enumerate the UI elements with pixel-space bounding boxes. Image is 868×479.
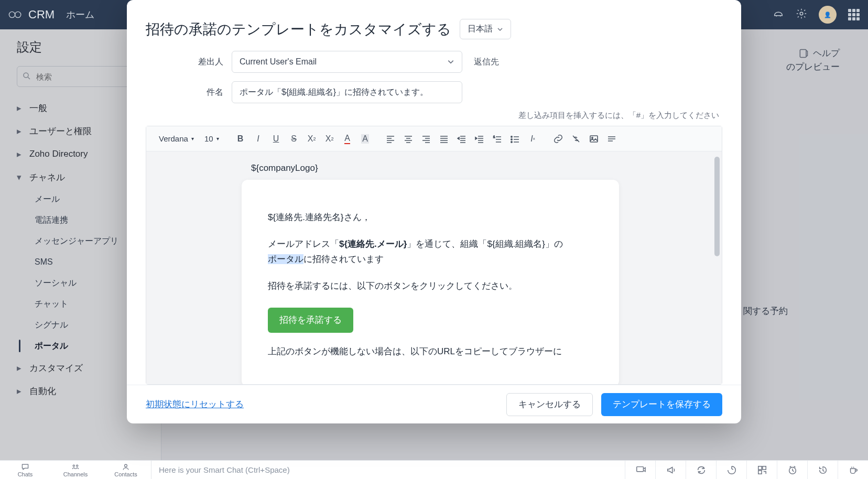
align-left-icon[interactable] (383, 131, 398, 147)
topbar-right: 👤 (773, 6, 860, 24)
svg-point-6 (511, 136, 512, 137)
svg-rect-17 (758, 470, 761, 473)
help-button[interactable]: ヘルプ (798, 47, 840, 59)
template-modal: 招待の承諾のテンプレートをカスタマイズする 日本語 差出人 Current Us… (127, 0, 741, 423)
hr-icon[interactable] (604, 131, 620, 147)
svg-point-12 (77, 465, 78, 466)
clearformat-icon[interactable]: Ix (525, 131, 541, 147)
svg-rect-4 (800, 49, 806, 57)
align-justify-icon[interactable] (436, 131, 452, 147)
italic-icon[interactable]: I (251, 131, 266, 147)
reset-link[interactable]: 初期状態にリセットする (146, 398, 244, 410)
subject-label: 件名 (146, 87, 223, 98)
logo[interactable]: CRM (8, 8, 55, 21)
contacts-icon (122, 463, 130, 471)
bottom-chats[interactable]: Chats (0, 463, 50, 477)
preview-fragment: のプレビュー (756, 61, 840, 73)
svg-point-13 (125, 464, 127, 467)
channels-icon (71, 463, 80, 471)
image-icon[interactable] (586, 131, 602, 147)
svg-rect-9 (590, 136, 598, 142)
nav-home[interactable]: ホーム (66, 8, 94, 21)
svg-text:1: 1 (493, 135, 495, 138)
smart-chat-hint[interactable]: Here is your Smart Chat (Ctrl+Space) (151, 461, 625, 479)
brand-icon (8, 10, 23, 19)
bb-refresh-icon[interactable] (686, 461, 716, 479)
ol-icon[interactable]: 1 (490, 131, 505, 147)
subject-input[interactable] (232, 81, 462, 103)
booking-fragment: 関する予約 (743, 305, 827, 317)
greeting: ${連絡先.連絡先名}さん， (268, 210, 593, 225)
editor-toolbar: Verdana▾ 10▾ B I U S X2 X2 A A 1 (146, 126, 722, 151)
fontsize-select[interactable]: 10▾ (200, 134, 223, 143)
gear-icon[interactable] (796, 8, 807, 21)
from-select[interactable]: Current User's Email (232, 51, 462, 73)
brand-text: CRM (28, 8, 55, 21)
subscript-icon[interactable]: X2 (304, 131, 320, 147)
outdent-icon[interactable] (454, 131, 470, 147)
indent-icon[interactable] (472, 131, 487, 147)
merge-hint: 差し込み項目を挿入するには、「#」を入力してください (146, 111, 719, 121)
svg-point-1 (15, 12, 21, 17)
body-line2: 招待を承諾するには、以下のボタンをクリックしてください。 (268, 279, 593, 294)
theme-icon[interactable] (773, 8, 784, 21)
svg-point-2 (800, 12, 803, 15)
chevron-down-icon (447, 58, 454, 66)
svg-point-10 (591, 137, 592, 138)
modal-footer: 初期状態にリセットする キャンセルする テンプレートを保存する (127, 385, 741, 423)
body-line3: 上記のボタンが機能しない場合は、以下のURLをコピーしてブラウザーに (268, 344, 593, 360)
help-icon (798, 48, 809, 59)
chevron-down-icon (497, 26, 503, 32)
bb-cycle-icon[interactable] (716, 461, 746, 479)
font-select[interactable]: Verdana▾ (155, 134, 198, 143)
cancel-button[interactable]: キャンセルする (506, 393, 593, 416)
svg-point-8 (511, 141, 512, 142)
svg-point-11 (73, 465, 74, 466)
align-right-icon[interactable] (418, 131, 434, 147)
bb-history-icon[interactable] (807, 461, 838, 479)
svg-rect-14 (636, 466, 643, 471)
email-preview-card: ${連絡先.連絡先名}さん， メールアドレス「${連絡先.メール}」を通じて、組… (242, 180, 619, 384)
search-icon (22, 71, 31, 81)
avatar[interactable]: 👤 (819, 6, 837, 24)
body-line1: メールアドレス「${連絡先.メール}」を通じて、組織「${組織.組織名}」の ポ… (268, 237, 593, 267)
accept-button[interactable]: 招待を承諾する (268, 308, 353, 333)
textcolor-icon[interactable]: A (340, 131, 355, 147)
superscript-icon[interactable]: X2 (322, 131, 338, 147)
svg-point-0 (9, 12, 15, 17)
unlink-icon[interactable] (568, 131, 584, 147)
link-icon[interactable] (550, 131, 566, 147)
modal-title: 招待の承諾のテンプレートをカスタマイズする (146, 20, 451, 39)
bottom-contacts[interactable]: Contacts (101, 463, 151, 477)
bb-clock-icon[interactable] (777, 461, 807, 479)
bgcolor-icon[interactable]: A (357, 131, 373, 147)
svg-rect-16 (762, 466, 765, 469)
bb-qr-icon[interactable] (746, 461, 777, 479)
bb-cup-icon[interactable] (838, 461, 868, 479)
reply-to-link[interactable]: 返信先 (474, 57, 499, 68)
bottombar: Chats Channels Contacts Here is your Sma… (0, 460, 868, 479)
chat-icon (21, 463, 29, 471)
save-button[interactable]: テンプレートを保存する (601, 393, 722, 416)
align-center-icon[interactable] (400, 131, 416, 147)
from-label: 差出人 (146, 57, 223, 68)
language-select[interactable]: 日本語 (460, 19, 511, 39)
apps-icon[interactable] (848, 9, 860, 20)
strike-icon[interactable]: S (286, 131, 302, 147)
bold-icon[interactable]: B (233, 131, 248, 147)
underline-icon[interactable]: U (268, 131, 284, 147)
bb-announce-icon[interactable] (655, 461, 686, 479)
logo-variable: ${companyLogo} (251, 163, 722, 173)
ul-icon[interactable] (507, 131, 523, 147)
bb-screen-icon[interactable] (625, 461, 655, 479)
svg-rect-15 (758, 466, 761, 469)
editor-canvas[interactable]: ${companyLogo} ${連絡先.連絡先名}さん， メールアドレス「${… (146, 151, 722, 384)
scrollbar-thumb[interactable] (714, 157, 720, 256)
editor: Verdana▾ 10▾ B I U S X2 X2 A A 1 (146, 126, 722, 385)
svg-point-7 (511, 138, 512, 139)
svg-point-3 (24, 73, 28, 78)
bottom-channels[interactable]: Channels (50, 463, 101, 477)
